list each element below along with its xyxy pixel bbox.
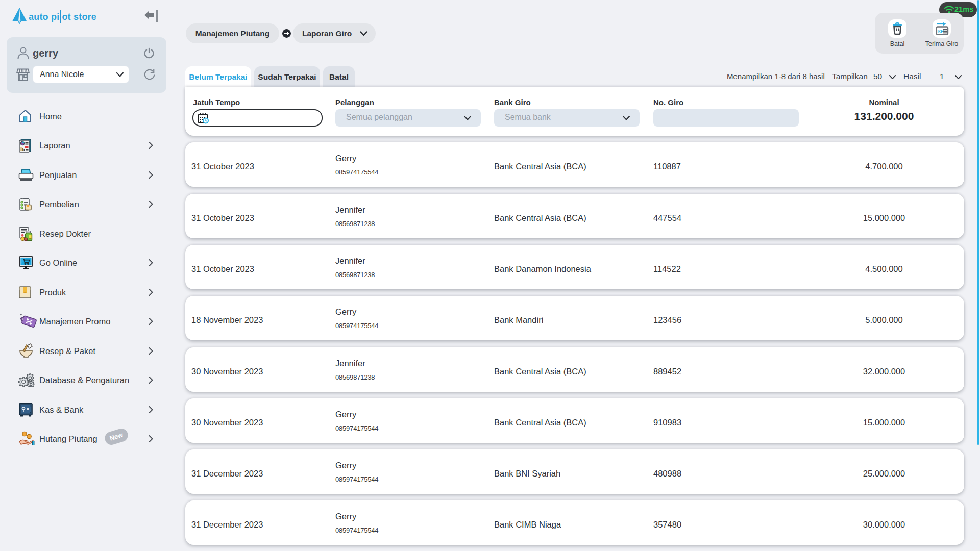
svg-text:RP: RP [937,29,944,34]
